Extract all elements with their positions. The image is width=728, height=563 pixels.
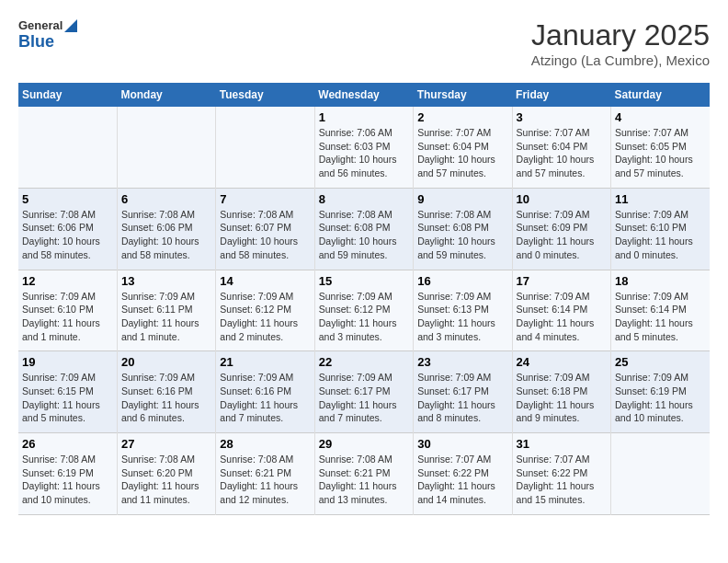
col-header-sunday: Sunday — [18, 83, 117, 107]
day-info: Sunrise: 7:09 AM Sunset: 6:10 PM Dayligh… — [615, 208, 706, 262]
day-info: Sunrise: 7:09 AM Sunset: 6:13 PM Dayligh… — [417, 290, 507, 344]
day-number: 18 — [615, 274, 706, 288]
calendar-cell: 7Sunrise: 7:08 AM Sunset: 6:07 PM Daylig… — [216, 188, 314, 270]
week-row-2: 5Sunrise: 7:08 AM Sunset: 6:06 PM Daylig… — [18, 188, 710, 270]
calendar-cell: 6Sunrise: 7:08 AM Sunset: 6:06 PM Daylig… — [117, 188, 215, 270]
day-info: Sunrise: 7:07 AM Sunset: 6:22 PM Dayligh… — [517, 453, 607, 507]
calendar-cell: 31Sunrise: 7:07 AM Sunset: 6:22 PM Dayli… — [512, 433, 610, 515]
day-number: 9 — [417, 192, 507, 206]
calendar-cell: 10Sunrise: 7:09 AM Sunset: 6:09 PM Dayli… — [512, 188, 610, 270]
col-header-friday: Friday — [512, 83, 610, 107]
calendar-cell: 24Sunrise: 7:09 AM Sunset: 6:18 PM Dayli… — [512, 351, 610, 433]
week-row-4: 19Sunrise: 7:09 AM Sunset: 6:15 PM Dayli… — [18, 351, 710, 433]
calendar-cell: 1Sunrise: 7:06 AM Sunset: 6:03 PM Daylig… — [314, 107, 413, 188]
title-area: January 2025 Atzingo (La Cumbre), Mexico — [531, 18, 710, 68]
calendar-cell: 18Sunrise: 7:09 AM Sunset: 6:14 PM Dayli… — [611, 270, 710, 351]
day-number: 1 — [319, 110, 409, 124]
day-number: 5 — [22, 192, 113, 206]
day-number: 7 — [220, 192, 310, 206]
day-number: 23 — [417, 355, 507, 369]
page-subtitle: Atzingo (La Cumbre), Mexico — [531, 52, 710, 68]
logo: General Blue — [18, 18, 77, 52]
day-info: Sunrise: 7:08 AM Sunset: 6:21 PM Dayligh… — [220, 453, 310, 507]
calendar-cell: 21Sunrise: 7:09 AM Sunset: 6:16 PM Dayli… — [216, 351, 314, 433]
day-info: Sunrise: 7:07 AM Sunset: 6:04 PM Dayligh… — [517, 126, 607, 180]
day-number: 21 — [220, 355, 310, 369]
day-number: 8 — [319, 192, 409, 206]
day-info: Sunrise: 7:09 AM Sunset: 6:17 PM Dayligh… — [417, 371, 507, 425]
day-info: Sunrise: 7:07 AM Sunset: 6:04 PM Dayligh… — [417, 126, 507, 180]
calendar-cell: 29Sunrise: 7:08 AM Sunset: 6:21 PM Dayli… — [314, 433, 413, 515]
day-info: Sunrise: 7:09 AM Sunset: 6:16 PM Dayligh… — [220, 371, 310, 425]
col-header-tuesday: Tuesday — [216, 83, 314, 107]
day-info: Sunrise: 7:09 AM Sunset: 6:14 PM Dayligh… — [615, 290, 706, 344]
svg-marker-0 — [64, 19, 77, 32]
calendar-cell: 19Sunrise: 7:09 AM Sunset: 6:15 PM Dayli… — [18, 351, 117, 433]
day-number: 27 — [121, 437, 211, 451]
day-info: Sunrise: 7:08 AM Sunset: 6:06 PM Dayligh… — [22, 208, 113, 262]
calendar-cell: 15Sunrise: 7:09 AM Sunset: 6:12 PM Dayli… — [314, 270, 413, 351]
calendar-cell: 27Sunrise: 7:08 AM Sunset: 6:20 PM Dayli… — [117, 433, 215, 515]
week-row-5: 26Sunrise: 7:08 AM Sunset: 6:19 PM Dayli… — [18, 433, 710, 515]
day-number: 6 — [121, 192, 211, 206]
calendar-cell: 12Sunrise: 7:09 AM Sunset: 6:10 PM Dayli… — [18, 270, 117, 351]
day-number: 10 — [517, 192, 607, 206]
day-info: Sunrise: 7:07 AM Sunset: 6:22 PM Dayligh… — [417, 453, 507, 507]
day-number: 4 — [615, 110, 706, 124]
calendar-cell: 17Sunrise: 7:09 AM Sunset: 6:14 PM Dayli… — [512, 270, 610, 351]
calendar-cell: 16Sunrise: 7:09 AM Sunset: 6:13 PM Dayli… — [414, 270, 512, 351]
day-number: 28 — [220, 437, 310, 451]
calendar-cell: 13Sunrise: 7:09 AM Sunset: 6:11 PM Dayli… — [117, 270, 215, 351]
day-number: 11 — [615, 192, 706, 206]
day-info: Sunrise: 7:09 AM Sunset: 6:10 PM Dayligh… — [22, 290, 113, 344]
calendar-cell: 20Sunrise: 7:09 AM Sunset: 6:16 PM Dayli… — [117, 351, 215, 433]
day-number: 30 — [417, 437, 507, 451]
day-info: Sunrise: 7:08 AM Sunset: 6:06 PM Dayligh… — [121, 208, 211, 262]
logo-blue-text: Blue — [18, 32, 77, 52]
calendar-cell: 8Sunrise: 7:08 AM Sunset: 6:08 PM Daylig… — [314, 188, 413, 270]
day-info: Sunrise: 7:06 AM Sunset: 6:03 PM Dayligh… — [319, 126, 409, 180]
col-header-monday: Monday — [117, 83, 215, 107]
calendar-cell — [216, 107, 314, 188]
day-number: 31 — [517, 437, 607, 451]
day-number: 2 — [417, 110, 507, 124]
day-info: Sunrise: 7:08 AM Sunset: 6:08 PM Dayligh… — [319, 208, 409, 262]
calendar-cell: 25Sunrise: 7:09 AM Sunset: 6:19 PM Dayli… — [611, 351, 710, 433]
day-info: Sunrise: 7:08 AM Sunset: 6:21 PM Dayligh… — [319, 453, 409, 507]
day-number: 14 — [220, 274, 310, 288]
day-number: 3 — [517, 110, 607, 124]
day-number: 26 — [22, 437, 113, 451]
day-number: 24 — [517, 355, 607, 369]
day-info: Sunrise: 7:09 AM Sunset: 6:12 PM Dayligh… — [220, 290, 310, 344]
day-info: Sunrise: 7:09 AM Sunset: 6:11 PM Dayligh… — [121, 290, 211, 344]
day-info: Sunrise: 7:07 AM Sunset: 6:05 PM Dayligh… — [615, 126, 706, 180]
calendar-table: SundayMondayTuesdayWednesdayThursdayFrid… — [18, 83, 710, 515]
calendar-cell: 30Sunrise: 7:07 AM Sunset: 6:22 PM Dayli… — [414, 433, 512, 515]
logo-general-text: General — [18, 18, 63, 32]
week-row-1: 1Sunrise: 7:06 AM Sunset: 6:03 PM Daylig… — [18, 107, 710, 188]
day-number: 17 — [517, 274, 607, 288]
day-info: Sunrise: 7:09 AM Sunset: 6:19 PM Dayligh… — [615, 371, 706, 425]
calendar-cell: 11Sunrise: 7:09 AM Sunset: 6:10 PM Dayli… — [611, 188, 710, 270]
day-number: 13 — [121, 274, 211, 288]
week-row-3: 12Sunrise: 7:09 AM Sunset: 6:10 PM Dayli… — [18, 270, 710, 351]
calendar-cell: 5Sunrise: 7:08 AM Sunset: 6:06 PM Daylig… — [18, 188, 117, 270]
logo-icon — [64, 19, 77, 32]
day-number: 29 — [319, 437, 409, 451]
day-info: Sunrise: 7:09 AM Sunset: 6:09 PM Dayligh… — [517, 208, 607, 262]
col-header-saturday: Saturday — [611, 83, 710, 107]
calendar-cell: 23Sunrise: 7:09 AM Sunset: 6:17 PM Dayli… — [414, 351, 512, 433]
calendar-cell: 9Sunrise: 7:08 AM Sunset: 6:08 PM Daylig… — [414, 188, 512, 270]
day-number: 15 — [319, 274, 409, 288]
page-header: General Blue January 2025 Atzingo (La Cu… — [18, 18, 710, 68]
calendar-cell — [18, 107, 117, 188]
day-number: 16 — [417, 274, 507, 288]
calendar-cell: 2Sunrise: 7:07 AM Sunset: 6:04 PM Daylig… — [414, 107, 512, 188]
day-info: Sunrise: 7:08 AM Sunset: 6:08 PM Dayligh… — [417, 208, 507, 262]
day-info: Sunrise: 7:08 AM Sunset: 6:20 PM Dayligh… — [121, 453, 211, 507]
calendar-cell: 14Sunrise: 7:09 AM Sunset: 6:12 PM Dayli… — [216, 270, 314, 351]
day-number: 12 — [22, 274, 113, 288]
day-info: Sunrise: 7:09 AM Sunset: 6:14 PM Dayligh… — [517, 290, 607, 344]
col-header-thursday: Thursday — [414, 83, 512, 107]
day-number: 20 — [121, 355, 211, 369]
